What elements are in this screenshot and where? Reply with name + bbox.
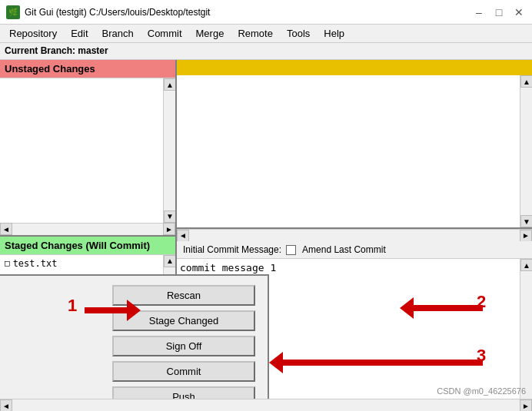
scroll-down-arrow[interactable]: ▼ bbox=[164, 210, 175, 223]
unstaged-content[interactable] bbox=[0, 78, 163, 223]
diff-hscrollbar[interactable]: ◄ ► bbox=[177, 229, 532, 241]
commit-scroll-up[interactable]: ▲ bbox=[520, 259, 532, 271]
staged-scroll-up[interactable]: ▲ bbox=[164, 255, 175, 267]
commit-header-label: Initial Commit Message: bbox=[183, 244, 281, 255]
unstaged-hscrollbar[interactable]: ◄ ► bbox=[0, 223, 175, 235]
menu-remote[interactable]: Remote bbox=[231, 26, 279, 41]
unstaged-header: Unstaged Changes bbox=[0, 60, 175, 78]
bottom-left-panel: Rescan Stage Changed Sign Off Commit Pus… bbox=[0, 274, 269, 411]
diff-scrollbar[interactable]: ▲ ▼ bbox=[520, 75, 532, 227]
bottom-scroll-right[interactable]: ► bbox=[520, 399, 532, 411]
diff-scroll-right[interactable]: ► bbox=[520, 230, 532, 242]
title-bar: 🌿 Git Gui (testgit) C:/Users/louis/Deskt… bbox=[0, 0, 532, 25]
diff-area[interactable]: ▲ ▼ bbox=[177, 75, 532, 229]
bottom-scrollbar-row[interactable]: ◄ ► bbox=[0, 399, 532, 411]
file-icon: □ bbox=[5, 258, 10, 268]
stage-changed-button[interactable]: Stage Changed bbox=[112, 310, 255, 331]
commit-scrollbar[interactable]: ▲ ▼ bbox=[520, 259, 532, 411]
annotation-space bbox=[0, 276, 100, 411]
diff-scroll-up[interactable]: ▲ bbox=[520, 75, 532, 88]
bottom-scroll-left[interactable]: ◄ bbox=[0, 399, 12, 411]
unstaged-scrollbar[interactable]: ▲ ▼ bbox=[163, 78, 175, 223]
window-title: Git Gui (testgit) C:/Users/louis/Desktop… bbox=[25, 7, 210, 18]
rescan-button[interactable]: Rescan bbox=[112, 285, 255, 306]
title-bar-left: 🌿 Git Gui (testgit) C:/Users/louis/Deskt… bbox=[6, 5, 210, 19]
menu-branch[interactable]: Branch bbox=[96, 26, 140, 41]
menu-merge[interactable]: Merge bbox=[190, 26, 231, 41]
menu-commit[interactable]: Commit bbox=[141, 26, 188, 41]
scroll-left-arrow[interactable]: ◄ bbox=[0, 223, 12, 235]
window-controls: – □ ✕ bbox=[472, 5, 526, 19]
menu-repository[interactable]: Repository bbox=[3, 26, 63, 41]
file-name: test.txt bbox=[13, 258, 58, 269]
unstaged-section: Unstaged Changes ▲ ▼ ◄ ► bbox=[0, 60, 175, 237]
staged-file-item[interactable]: □ test.txt bbox=[3, 257, 160, 270]
menu-help[interactable]: Help bbox=[318, 26, 351, 41]
yellow-strip bbox=[177, 60, 532, 75]
amend-label: Amend Last Commit bbox=[302, 244, 386, 255]
diff-scroll-left[interactable]: ◄ bbox=[177, 230, 189, 242]
button-panel: Rescan Stage Changed Sign Off Commit Pus… bbox=[100, 276, 268, 411]
menu-tools[interactable]: Tools bbox=[281, 26, 316, 41]
close-button[interactable]: ✕ bbox=[512, 5, 526, 19]
minimize-button[interactable]: – bbox=[472, 5, 486, 19]
scroll-up-arrow[interactable]: ▲ bbox=[164, 78, 175, 91]
sign-off-button[interactable]: Sign Off bbox=[112, 336, 255, 356]
amend-checkbox[interactable] bbox=[286, 245, 296, 255]
branch-label: Current Branch: master bbox=[0, 43, 532, 60]
diff-content bbox=[177, 75, 520, 227]
commit-header: Initial Commit Message: Amend Last Commi… bbox=[177, 241, 532, 259]
menu-bar: Repository Edit Branch Commit Merge Remo… bbox=[0, 25, 532, 43]
menu-edit[interactable]: Edit bbox=[65, 26, 94, 41]
git-icon: 🌿 bbox=[6, 5, 20, 19]
scroll-right-arrow[interactable]: ► bbox=[163, 223, 175, 235]
commit-button[interactable]: Commit bbox=[112, 361, 255, 382]
diff-scroll-down[interactable]: ▼ bbox=[520, 215, 532, 227]
maximize-button[interactable]: □ bbox=[492, 5, 506, 19]
staged-header: Staged Changes (Will Commit) bbox=[0, 237, 175, 255]
